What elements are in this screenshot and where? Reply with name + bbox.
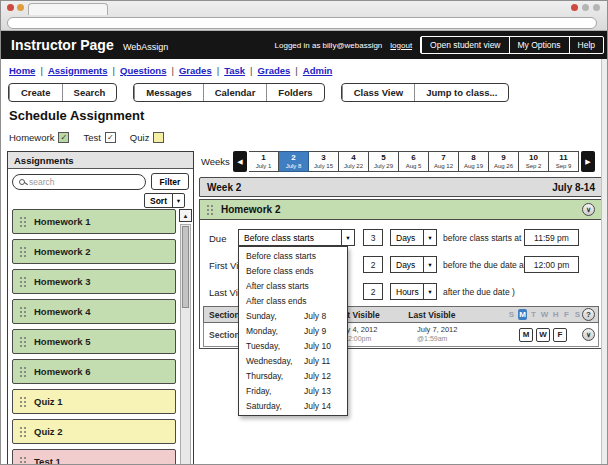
window-close-icon[interactable] [571, 4, 578, 11]
week-tab[interactable]: 8 Aug 19 [459, 151, 489, 172]
toolbar-button[interactable]: Search [62, 84, 117, 101]
week-tab[interactable]: 9 Aug 26 [489, 151, 519, 172]
assignment-list-item[interactable]: Quiz 2 [12, 419, 176, 444]
legend-checkbox[interactable] [153, 132, 164, 143]
toolbar-button[interactable]: Calendar [203, 84, 267, 101]
dropdown-option[interactable]: Sunday, July 8 [239, 309, 347, 324]
day-letter[interactable]: H [551, 309, 560, 320]
search-input[interactable] [29, 177, 139, 187]
assignment-editor-header[interactable]: Homework 2 ∨ [199, 199, 603, 220]
drag-handle-icon[interactable] [20, 426, 27, 438]
window-control-icon[interactable] [17, 4, 24, 11]
dropdown-arrow-icon[interactable]: ▼ [423, 284, 436, 299]
day-letter[interactable]: S [507, 309, 516, 320]
toolbar-button[interactable]: Folders [266, 84, 323, 101]
window-control-icon[interactable] [582, 4, 589, 11]
dropdown-option[interactable]: Before class ends [239, 264, 347, 279]
nav-link[interactable]: Assignments [48, 65, 108, 76]
first-visible-unit-select[interactable]: Days ▼ [390, 256, 437, 273]
nav-link[interactable]: Home [9, 65, 35, 76]
first-visible-offset-input[interactable]: 2 [363, 256, 383, 273]
assignment-list-item[interactable]: Homework 2 [12, 239, 176, 264]
dropdown-option[interactable]: Monday, July 9 [239, 324, 347, 339]
nav-link[interactable]: Grades [258, 65, 291, 76]
week-tab[interactable]: 6 Aug 5 [399, 151, 429, 172]
day-toggle-button[interactable]: M [519, 328, 533, 342]
week-tab[interactable]: 1 July 1 [249, 151, 279, 172]
nav-link[interactable]: Admin [303, 65, 333, 76]
toolbar-button[interactable]: Jump to class... [414, 84, 508, 101]
window-control-icon[interactable] [7, 4, 14, 11]
help-icon[interactable]: ? [582, 308, 595, 321]
window-control-icon[interactable] [593, 4, 600, 11]
legend-checkbox[interactable]: ✓ [105, 132, 116, 143]
day-toggle-button[interactable]: F [553, 328, 567, 342]
week-tab[interactable]: 11 Sep 9 [549, 151, 579, 172]
scrollbar-thumb[interactable] [182, 226, 189, 308]
drag-handle-icon[interactable] [20, 306, 27, 318]
sort-button[interactable]: Sort ▼ [144, 193, 185, 208]
day-letter[interactable]: F [562, 309, 571, 320]
scrollbar-track[interactable] [180, 224, 191, 465]
drag-handle-icon[interactable] [20, 456, 27, 465]
drag-handle-icon[interactable] [207, 204, 214, 216]
collapse-chevron-icon[interactable]: ∨ [582, 203, 595, 216]
dropdown-option[interactable]: Wednesday, July 11 [239, 353, 347, 368]
dropdown-arrow-icon[interactable]: ▼ [172, 194, 184, 207]
header-menu-button[interactable]: Open student view [421, 37, 508, 53]
dropdown-option[interactable]: Friday, July 13 [239, 383, 347, 398]
day-toggle-button[interactable]: W [536, 328, 550, 342]
assignment-list-item[interactable]: Homework 3 [12, 269, 176, 294]
header-menu-button[interactable]: Help [569, 37, 603, 53]
dropdown-arrow-icon[interactable]: ▼ [341, 230, 354, 245]
assignment-list-item[interactable]: Homework 4 [12, 299, 176, 324]
week-tab[interactable]: 4 July 22 [339, 151, 369, 172]
drag-handle-icon[interactable] [20, 366, 27, 378]
dropdown-option[interactable]: Before class starts [239, 249, 347, 264]
dropdown-option[interactable]: Tuesday, July 10 [239, 338, 347, 353]
toolbar-button[interactable]: Messages [134, 84, 202, 101]
assignment-list-item[interactable]: Homework 5 [12, 329, 176, 354]
assignment-list-item[interactable]: Homework 1 [12, 209, 176, 234]
day-letter[interactable]: M [518, 309, 527, 320]
weeks-prev-icon[interactable]: ◀ [233, 151, 247, 172]
drag-handle-icon[interactable] [20, 276, 27, 288]
dropdown-option[interactable]: Thursday, July 12 [239, 368, 347, 383]
scroll-up-icon[interactable]: ▲ [179, 209, 192, 222]
weeks-next-icon[interactable]: ▶ [581, 151, 595, 172]
first-visible-time-input[interactable]: 12:00 pm [524, 256, 579, 273]
logout-link[interactable]: logout [390, 41, 412, 50]
nav-link[interactable]: Questions [120, 65, 166, 76]
assignment-list-item[interactable]: Homework 6 [12, 359, 176, 384]
last-visible-offset-input[interactable]: 2 [363, 283, 383, 300]
week-tab[interactable]: 7 Aug 12 [429, 151, 459, 172]
assignment-list-item[interactable]: Test 1 [12, 449, 176, 465]
week-tab[interactable]: 5 July 29 [369, 151, 399, 172]
browser-tab[interactable] [28, 3, 108, 15]
assignment-list-item[interactable]: Quiz 1 [12, 389, 176, 414]
nav-link[interactable]: Task [224, 65, 245, 76]
week-tab[interactable]: 10 Sep 2 [519, 151, 549, 172]
day-letter[interactable]: S [573, 309, 582, 320]
due-offset-input[interactable]: 3 [363, 229, 383, 246]
day-letter[interactable]: W [540, 309, 549, 320]
dropdown-option[interactable]: Saturday, July 14 [239, 398, 347, 413]
address-bar[interactable] [7, 17, 597, 29]
assignments-scrollbar[interactable]: ▲ [179, 209, 192, 465]
search-box[interactable] [12, 174, 146, 190]
week-tab[interactable]: 2 July 8 [279, 151, 309, 172]
toolbar-button[interactable]: Create [9, 84, 62, 101]
filter-button[interactable]: Filter [151, 173, 189, 190]
dropdown-option[interactable]: After class ends [239, 294, 347, 309]
due-unit-select[interactable]: Days ▼ [390, 229, 437, 246]
drag-handle-icon[interactable] [20, 216, 27, 228]
drag-handle-icon[interactable] [20, 336, 27, 348]
nav-link[interactable]: Grades [179, 65, 212, 76]
drag-handle-icon[interactable] [20, 396, 27, 408]
dropdown-arrow-icon[interactable]: ▼ [423, 257, 436, 272]
drag-handle-icon[interactable] [20, 246, 27, 258]
page-scrollbar[interactable] [601, 59, 607, 464]
last-visible-unit-select[interactable]: Hours ▼ [390, 283, 437, 300]
dropdown-option[interactable]: After class starts [239, 279, 347, 294]
toolbar-button[interactable]: Class View [342, 84, 414, 101]
